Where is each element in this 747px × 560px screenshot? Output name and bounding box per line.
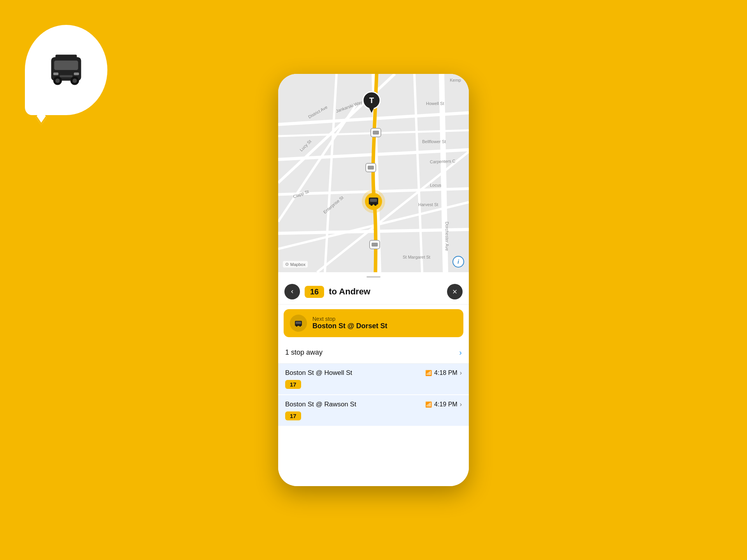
stop-time-row: 📶 4:19 PM ›: [425, 401, 462, 408]
realtime-icon: 📶: [425, 370, 432, 376]
bus-badge: [23, 23, 109, 117]
stop-time-row: 📶 4:18 PM ›: [425, 369, 462, 376]
svg-text:St Margaret St: St Margaret St: [403, 255, 430, 259]
stops-list: Boston St @ Howell St 📶 4:18 PM › 17 Bos…: [278, 364, 469, 486]
stop-item-row: Boston St @ Rawson St 📶 4:19 PM ›: [285, 401, 462, 408]
svg-text:Dorchester Ave: Dorchester Ave: [445, 222, 449, 251]
mapbox-text: Mapbox: [290, 262, 305, 267]
route-tag: 17: [285, 380, 301, 389]
svg-point-55: [296, 325, 298, 327]
back-arrow-icon: [289, 289, 295, 295]
stop-chevron-icon: ›: [460, 401, 462, 408]
bottom-panel: 16 to Andrew: [278, 278, 469, 486]
stop-time: 4:18 PM: [434, 369, 458, 376]
svg-text:Howell St: Howell St: [426, 101, 444, 106]
stop-away-row[interactable]: 1 stop away ›: [278, 342, 469, 364]
stop-item[interactable]: Boston St @ Howell St 📶 4:18 PM › 17: [278, 364, 469, 394]
next-stop-label: Next stop: [312, 316, 388, 322]
route-header: 16 to Andrew: [278, 278, 469, 304]
svg-point-3: [56, 79, 60, 83]
stop-chevron-icon: ›: [460, 369, 462, 376]
stop-item[interactable]: Boston St @ Rawson St 📶 4:19 PM › 17: [278, 395, 469, 426]
route-destination: to Andrew: [329, 287, 442, 297]
stop-name: Boston St @ Howell St: [285, 369, 352, 377]
phone-frame: Kemp Home2 Suites Howell St Bellflower S…: [278, 74, 469, 486]
svg-point-48: [370, 203, 373, 206]
bus-badge-container: [23, 23, 113, 124]
realtime-icon: 📶: [425, 401, 432, 408]
map-svg: Kemp Home2 Suites Howell St Bellflower S…: [278, 74, 469, 272]
svg-rect-7: [74, 73, 79, 75]
svg-rect-54: [296, 322, 301, 324]
next-stop-info: Next stop Boston St @ Dorset St: [312, 316, 388, 331]
svg-rect-6: [53, 73, 58, 75]
svg-point-56: [300, 325, 301, 327]
svg-point-49: [374, 203, 377, 206]
next-stop-name: Boston St @ Dorset St: [312, 322, 388, 331]
route-number-badge: 16: [305, 286, 324, 298]
map-area: Kemp Home2 Suites Howell St Bellflower S…: [278, 74, 469, 272]
svg-rect-9: [56, 54, 77, 58]
mapbox-logo: ⊙: [285, 262, 289, 267]
svg-rect-41: [368, 166, 374, 170]
info-button[interactable]: i: [452, 256, 464, 268]
stop-away-chevron-icon: ›: [459, 348, 462, 357]
svg-rect-43: [372, 243, 378, 247]
close-icon: [452, 289, 458, 295]
close-button[interactable]: [447, 284, 463, 299]
back-button[interactable]: [284, 284, 300, 299]
svg-text:Kemp: Kemp: [450, 78, 461, 82]
stop-name: Boston St @ Rawson St: [285, 401, 356, 408]
bus-stop-icon: [294, 318, 303, 328]
stop-away-text: 1 stop away: [285, 348, 323, 357]
svg-text:Bellflower St: Bellflower St: [422, 139, 446, 144]
page-wrapper: Kemp Home2 Suites Howell St Bellflower S…: [0, 0, 747, 560]
svg-text:T: T: [369, 96, 374, 105]
svg-text:Locus: Locus: [430, 183, 442, 187]
svg-rect-47: [370, 199, 377, 202]
svg-text:Carpenters C: Carpenters C: [430, 159, 456, 164]
stop-time: 4:19 PM: [434, 401, 458, 408]
route-tag: 17: [285, 411, 301, 420]
svg-point-5: [73, 79, 77, 83]
bus-icon: [45, 49, 88, 91]
stop-item-row: Boston St @ Howell St 📶 4:18 PM ›: [285, 369, 462, 377]
mapbox-attribution: ⊙ Mapbox: [283, 261, 308, 268]
svg-rect-1: [54, 61, 78, 70]
svg-rect-8: [60, 75, 73, 77]
next-stop-card: Next stop Boston St @ Dorset St: [284, 309, 463, 337]
svg-text:Harvest St: Harvest St: [418, 202, 438, 207]
svg-rect-39: [373, 131, 379, 135]
next-stop-bus-icon: [290, 315, 307, 332]
